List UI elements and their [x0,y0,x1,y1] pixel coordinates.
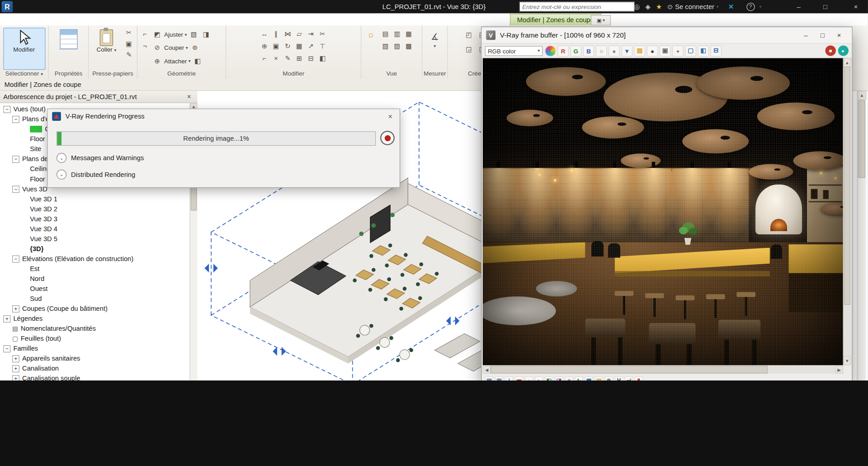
green-channel-icon[interactable]: G [571,45,582,56]
split-icon[interactable]: ✂ [317,29,328,39]
vfb-scroll-right[interactable]: ▶ [835,366,843,373]
chevron-circle-icon[interactable]: ⌄ [57,153,66,163]
tree-item[interactable]: Vue 3D 5 [0,234,189,244]
displace-icon[interactable]: ▩ [404,41,414,51]
alpha-channel-icon[interactable]: ○ [596,45,607,56]
vfb-vscroll-thumb[interactable] [844,67,850,305]
chevron-circle-icon[interactable]: ⌄ [57,170,66,180]
messages-warnings-section[interactable]: ⌄ Messages and Warnings [57,152,144,163]
close-button[interactable]: × [846,0,865,13]
info-icon[interactable]: i [505,376,513,380]
delete-icon[interactable]: × [271,53,281,63]
tree-item[interactable]: Sud [0,294,189,304]
hide-category-icon[interactable]: ▤ [380,29,391,39]
user-icon[interactable]: ⊙ [665,2,675,12]
measure-button[interactable]: ∡ ▾ [425,28,445,70]
tree-item[interactable]: Vue 3D 1 [0,194,189,204]
tree-item[interactable]: Vue 3D 4 [0,224,189,234]
cope-remove-icon[interactable]: ¬ [140,41,150,51]
sign-in-button[interactable]: Se connecter ▾ [675,0,719,13]
vfb-hscroll-thumb[interactable] [491,366,768,373]
channel-selector[interactable]: RGB color ▾ [485,46,543,56]
vfb-scroll-down[interactable]: ▼ [844,357,851,366]
group-label-modify[interactable]: Modifier [226,70,361,79]
group-label-measure[interactable]: Mesurer [422,70,447,79]
histogram-icon[interactable]: ▅ [515,376,523,380]
copy-icon[interactable]: ▣ [123,39,134,49]
tree-item[interactable]: +Coupes (Coupe du bâtiment) [0,304,189,314]
cope-icon[interactable]: ⌐ [140,29,150,39]
lut-icon[interactable]: ▦ [585,376,593,380]
progress-dialog-titlebar[interactable]: V-Ray Rendering Progress × [47,109,400,124]
clear-image-icon[interactable]: ● [647,45,658,56]
vscroll-thumb[interactable] [858,100,865,178]
region-render-icon[interactable]: ▢ [685,45,696,56]
search-input[interactable] [519,2,635,12]
vfb-maximize-button[interactable]: □ [814,29,831,41]
minimize-button[interactable]: – [789,0,808,13]
extend-icon[interactable]: ⇥ [306,29,316,39]
collapse-icon[interactable]: − [12,156,19,163]
tree-item[interactable]: {3D} [0,244,189,254]
viewport-vertical-scrollbar[interactable]: ▲ ▼ [857,91,866,380]
vfb-render-button[interactable]: ▸ [838,45,849,56]
paint-icon[interactable]: ◧ [317,53,328,63]
cut-icon[interactable]: ✂ [123,28,134,38]
tree-item[interactable]: ▢Feuilles (tout) [0,333,189,343]
group-label-geometry[interactable]: Géométrie [137,70,226,79]
subscription-icon[interactable]: ◈ [643,2,653,12]
group-label-clipboard[interactable]: Presse-papiers [89,70,137,79]
tree-item[interactable]: +Canalisation souple [0,374,189,380]
cut-button[interactable]: ⊘ Couper▾ ⊚ [152,41,212,54]
vfb-scroll-left[interactable]: ◀ [483,366,491,373]
match-icon[interactable]: ✎ [283,53,293,63]
tree-item[interactable]: Nord [0,274,189,284]
modify-button[interactable]: Modifier [3,28,45,70]
help-chevron-icon[interactable]: ▾ [755,2,765,12]
history-icon[interactable]: ▤ [485,376,493,380]
visibility-lightbulb-icon[interactable]: ☼ [363,28,378,42]
align-icon[interactable]: ↔ [259,29,269,39]
join-geometry-icon[interactable]: ⊞ [294,53,304,63]
tree-item[interactable]: ▤Nomenclatures/Quantités [0,323,189,333]
create-group-icon[interactable]: ◰ [464,30,474,40]
monochrome-channel-icon[interactable]: ● [609,45,620,56]
duplicate-buffer-icon[interactable]: ▣ [660,45,671,56]
vfb-scroll-up[interactable]: ▲ [844,58,851,67]
pin-icon[interactable]: ⊤ [317,41,328,51]
white-balance-icon[interactable]: ◐ [535,376,543,380]
cut-profile-icon[interactable]: ▨ [392,41,402,51]
expand-icon[interactable]: + [12,305,19,312]
binoculars-icon[interactable]: ◎ [632,2,642,12]
curves-icon[interactable]: ∿ [575,376,583,380]
tree-item[interactable]: +Canalisation [0,363,189,373]
tree-item[interactable]: Ouest [0,284,189,294]
hide-element-icon[interactable]: ▥ [392,29,402,39]
vfb-stop-button[interactable]: ■ [826,45,836,56]
split-face-icon[interactable]: ⊚ [189,43,200,52]
save-image-icon[interactable]: ▼ [621,45,632,56]
distributed-rendering-section[interactable]: ⌄ Distributed Rendering [57,169,135,180]
stereo-icon[interactable]: ⊣ [625,376,633,380]
vfb-horizontal-scrollbar[interactable]: ◀ ▶ [483,365,843,373]
array-icon[interactable]: ▦ [294,41,304,51]
group-label-select[interactable]: Sélectionner ▾ [0,70,48,79]
join-button[interactable]: ⊕ Attacher▾ ◧ [152,54,212,67]
color-ball-icon[interactable] [545,45,556,56]
compare-horizontal-icon[interactable]: ◧ [698,45,709,56]
save-all-icon[interactable]: ▥ [495,376,503,380]
linework-icon[interactable]: ▧ [380,41,391,51]
collapse-icon[interactable]: − [3,345,10,352]
contextual-tab[interactable]: Modifier | Zones de coupe [510,14,601,26]
paste-button[interactable]: Coller ▾ [91,28,122,70]
paint-bucket-icon[interactable]: ▨ [189,29,199,39]
copy-tool-icon[interactable]: ▣ [271,41,281,51]
collapse-icon[interactable]: − [12,255,19,262]
expand-icon[interactable]: + [12,355,19,362]
tree-item[interactable]: +Appareils sanitaires [0,353,189,363]
properties-button[interactable] [57,28,80,70]
unjoin-icon[interactable]: ⊟ [306,53,316,63]
levels-icon[interactable]: ≡ [565,376,573,380]
stamp-icon[interactable]: H [615,376,623,380]
offset-icon[interactable]: ∥ [271,29,281,39]
